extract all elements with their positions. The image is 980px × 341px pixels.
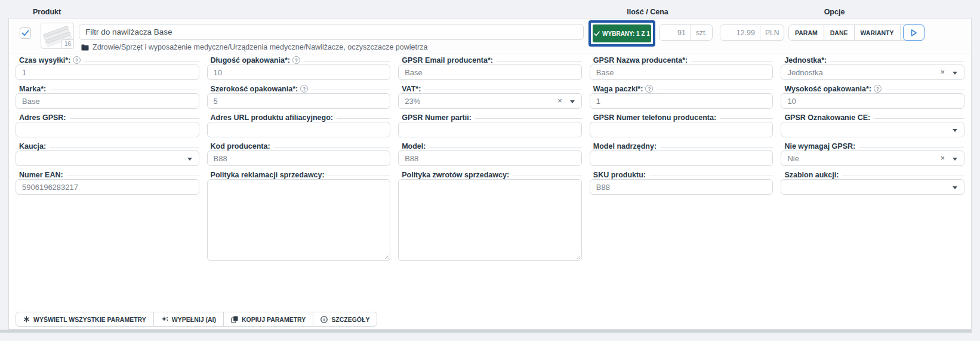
field-czas-wysylki: Czas wysyłki*:? [16, 56, 199, 80]
help-icon[interactable]: ? [73, 56, 81, 64]
field-label: GPSR Numer telefonu producenta: [590, 113, 773, 122]
field-label: VAT*: [398, 84, 582, 93]
czas-wysylki-input[interactable] [16, 64, 199, 80]
label-underline [274, 147, 391, 148]
field-gpsr-nazwa-producenta: GPSR Nazwa producenta*: [590, 56, 773, 80]
select-value: Nie [787, 154, 958, 163]
help-icon[interactable]: ? [874, 85, 882, 93]
jednostka-select[interactable]: Jednostka× [781, 64, 964, 80]
sparkles-icon [161, 316, 168, 323]
info-icon [320, 316, 328, 323]
chevron-down-icon[interactable] [187, 158, 192, 161]
gpsr-oznakowanie-ce-select[interactable] [781, 122, 964, 137]
show-all-parameters-button[interactable]: WYŚWIETL WSZYSTKIE PARAMETRY [16, 312, 154, 327]
field-label: Adres GPSR: [16, 113, 199, 122]
sku-produktu-input[interactable] [590, 179, 773, 195]
polityka-reklamacji-textarea[interactable] [207, 179, 391, 261]
field-label: Waga paczki*:? [590, 84, 773, 93]
help-icon[interactable]: ? [645, 85, 653, 93]
label-underline [84, 61, 199, 62]
adres-url-afiliacyjny-input[interactable] [207, 122, 391, 137]
parameters-form: Czas wysyłki*:?Długość opakowania*:?GPSR… [16, 56, 964, 265]
gpsr-email-producenta-input[interactable] [398, 64, 582, 80]
label-underline [657, 90, 773, 90]
field-label: Szablon aukcji: [781, 170, 964, 179]
select-value: 23% [405, 97, 575, 106]
polityka-zwrotow-textarea[interactable] [398, 179, 582, 261]
adres-gpsr-input[interactable] [16, 122, 199, 137]
nie-wymagaj-gpsr-select[interactable]: Nie× [781, 150, 964, 166]
warianty-button[interactable]: WARIANTY [854, 25, 900, 40]
label-underline [830, 61, 964, 62]
help-icon[interactable]: ? [300, 85, 308, 93]
gpsr-numer-partii-input[interactable] [398, 122, 582, 137]
field-gpsr-email-producenta: GPSR Email producenta*: [398, 56, 582, 80]
clear-icon[interactable]: × [940, 67, 945, 76]
field-adres-gpsr: Adres GPSR: [16, 113, 199, 137]
price-input[interactable] [720, 25, 760, 40]
field-label: Czas wysyłki*:? [16, 56, 199, 64]
field-szablon-aukcji: Szablon aukcji: [781, 170, 964, 195]
field-adres-url-afiliacyjny: Adres URL produktu afiliacyjnego: [207, 113, 391, 137]
copy-parameters-button[interactable]: KOPIUJ PARAMETRY [224, 312, 313, 327]
label-underline [424, 90, 581, 90]
gpsr-nazwa-producenta-input[interactable] [590, 64, 773, 80]
help-icon[interactable]: ? [292, 56, 300, 64]
product-title-input[interactable] [79, 24, 584, 40]
selected-button[interactable]: WYBRANY: 1 Z 1 [593, 24, 651, 42]
chevron-down-icon[interactable] [953, 158, 957, 161]
szerokosc-opakowania-input[interactable] [207, 93, 391, 109]
field-label: SKU produktu: [590, 170, 773, 179]
vat-select[interactable]: 23%× [398, 93, 582, 109]
card-bottom-shadow [0, 330, 972, 333]
label-underline [885, 90, 964, 90]
field-label: GPSR Nazwa producenta*: [590, 56, 773, 64]
wysokosc-opakowania-input[interactable] [781, 93, 964, 109]
label-underline [67, 176, 199, 176]
product-checkbox[interactable] [20, 27, 31, 39]
dlugosc-opakowania-input[interactable] [207, 64, 391, 80]
field-kaucja: Kaucja: [16, 142, 199, 166]
product-row: 16 Zdrowie/Sprzęt i wyposażenie medyczne… [9, 19, 971, 54]
chevron-down-icon[interactable] [953, 72, 957, 75]
field-label: GPSR Email producenta*: [398, 56, 582, 64]
kaucja-select[interactable] [16, 150, 199, 166]
label-underline [660, 147, 773, 148]
marka-input[interactable] [16, 93, 199, 109]
column-header-ilosc-cena: Ilość / Cena [606, 8, 689, 17]
gpsr-numer-telefonu-input[interactable] [590, 122, 773, 137]
column-header-opcje: Opcje [809, 8, 859, 17]
numer-ean-input[interactable] [16, 179, 199, 195]
fill-ai-button[interactable]: WYPEŁNIJ (AI) [154, 312, 224, 327]
field-nie-wymagaj-gpsr: Nie wymagaj GPSR:Nie× [781, 142, 964, 166]
quantity-input[interactable] [660, 25, 691, 40]
field-label: Marka*: [16, 84, 199, 93]
field-label: Nie wymagaj GPSR: [781, 142, 964, 150]
clear-icon[interactable]: × [940, 153, 945, 162]
selected-highlight-frame: WYBRANY: 1 Z 1 [588, 20, 655, 47]
kod-producenta-input[interactable] [207, 150, 391, 166]
field-label: GPSR Oznakowanie CE: [781, 113, 964, 122]
model-input[interactable] [398, 150, 582, 166]
field-sku-produktu: SKU produktu: [590, 170, 773, 195]
chevron-down-icon[interactable] [570, 100, 575, 103]
chevron-down-icon[interactable] [953, 129, 957, 132]
chevron-down-icon[interactable] [953, 186, 957, 189]
clear-icon[interactable]: × [557, 96, 562, 105]
field-label: Polityka reklamacji sprzedawcy: [207, 170, 391, 179]
field-kod-producenta: Kod producenta: [207, 142, 391, 166]
field-numer-ean: Numer EAN: [16, 170, 199, 195]
waga-paczki-input[interactable] [590, 93, 773, 109]
field-label: GPSR Numer partii: [398, 113, 582, 122]
details-button[interactable]: SZCZEGÓŁY [313, 312, 377, 327]
dane-button[interactable]: DANE [824, 25, 854, 40]
check-icon [21, 30, 29, 36]
product-thumbnail[interactable]: 16 [41, 23, 74, 49]
szablon-aukcji-select[interactable] [781, 179, 964, 195]
run-button[interactable] [903, 24, 924, 41]
param-button[interactable]: PARAM [789, 25, 824, 40]
field-gpsr-numer-partii: GPSR Numer partii: [398, 113, 582, 137]
model-nadrzedny-input[interactable] [590, 150, 773, 166]
product-category: Zdrowie/Sprzęt i wyposażenie medyczne/Ur… [93, 43, 427, 51]
field-waga-paczki: Waga paczki*:? [590, 84, 773, 109]
